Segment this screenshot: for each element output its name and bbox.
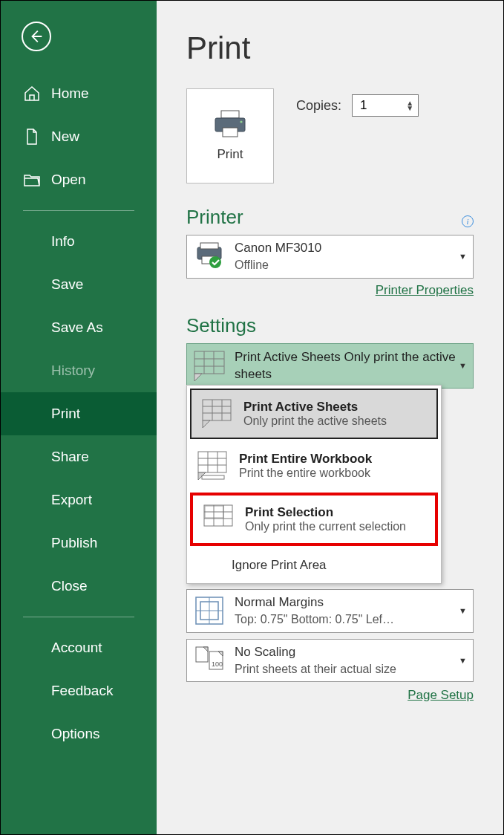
copies-spinner[interactable]: ▲▼	[406, 100, 413, 111]
margins-text: Normal Margins Top: 0.75" Bottom: 0.75" …	[235, 594, 454, 628]
print-what-popup: Print Active Sheets Only print the activ…	[186, 385, 442, 584]
sheets-icon	[202, 399, 232, 429]
option-print-selection[interactable]: Print Selection Only print the current s…	[190, 493, 438, 546]
sidebar-item-label: Open	[51, 172, 85, 188]
sidebar-item-share[interactable]: Share	[1, 435, 157, 478]
open-folder-icon	[23, 171, 41, 189]
sidebar-item-label: Save	[51, 276, 83, 293]
printer-selector[interactable]: Canon MF3010 Offline ▼	[186, 235, 474, 279]
settings-section-title: Settings	[186, 314, 474, 337]
print-what-line1: Print Active Sheets	[235, 350, 341, 364]
chevron-down-icon: ▼	[459, 252, 467, 261]
copies-input[interactable]: 1 ▲▼	[352, 94, 419, 117]
selection-icon	[203, 504, 233, 534]
sidebar-item-label: Close	[51, 578, 88, 594]
chevron-down-icon: ▼	[459, 361, 467, 370]
sidebar-item-label: Info	[51, 233, 75, 250]
sidebar-item-info[interactable]: Info	[1, 220, 157, 263]
svg-rect-5	[200, 243, 218, 249]
svg-point-7	[209, 256, 221, 268]
option-title: Print Active Sheets	[243, 400, 387, 415]
option-print-entire-workbook[interactable]: Print Entire Workbook Print the entire w…	[187, 442, 441, 490]
sidebar-item-feedback[interactable]: Feedback	[1, 669, 157, 712]
print-what-dropdown[interactable]: Print Active Sheets Only print the activ…	[186, 343, 474, 389]
svg-rect-26	[202, 475, 224, 479]
svg-marker-40	[218, 652, 223, 656]
option-text: Print Active Sheets Only print the activ…	[243, 400, 387, 428]
svg-rect-2	[223, 128, 238, 137]
sidebar-item-history: History	[1, 349, 157, 392]
sidebar-separator	[23, 617, 134, 617]
sidebar-item-options[interactable]: Options	[1, 712, 157, 756]
svg-marker-19	[203, 420, 210, 428]
sidebar-item-label: New	[51, 129, 79, 145]
chevron-down-icon: ▼	[459, 606, 467, 615]
sidebar-item-close[interactable]: Close	[1, 565, 157, 608]
margins-dropdown[interactable]: Normal Margins Top: 0.75" Bottom: 0.75" …	[186, 589, 474, 633]
lower-settings: Normal Margins Top: 0.75" Bottom: 0.75" …	[186, 589, 474, 703]
info-icon[interactable]: i	[462, 215, 474, 227]
option-desc: Only print the active sheets	[243, 415, 387, 428]
option-title: Print Entire Workbook	[239, 452, 372, 467]
printer-name: Canon MF3010	[235, 240, 454, 257]
sidebar-item-label: Print	[51, 406, 80, 422]
copies-value: 1	[360, 98, 367, 113]
sidebar-item-export[interactable]: Export	[1, 478, 157, 522]
page-setup-link[interactable]: Page Setup	[186, 688, 474, 703]
printer-section-title: Printer	[186, 206, 243, 229]
sidebar-item-saveas[interactable]: Save As	[1, 306, 157, 349]
sidebar-item-label: Options	[51, 726, 99, 742]
printer-icon	[212, 110, 248, 138]
option-text: Print Selection Only print the current s…	[245, 505, 406, 533]
sidebar-item-label: Share	[51, 449, 89, 465]
sidebar-item-label: History	[51, 363, 95, 379]
option-desc: Print the entire workbook	[239, 467, 372, 480]
option-ignore-print-area[interactable]: Ignore Print Area	[187, 549, 441, 583]
svg-rect-27	[204, 505, 232, 526]
back-button[interactable]	[22, 22, 51, 51]
sidebar-item-home[interactable]: Home	[1, 72, 157, 115]
svg-rect-14	[203, 400, 231, 420]
margins-icon	[193, 596, 226, 626]
print-top-row: Print Copies: 1 ▲▼	[186, 88, 474, 183]
svg-text:100: 100	[212, 660, 223, 668]
chevron-down-icon: ▼	[459, 656, 467, 665]
svg-rect-8	[194, 351, 224, 374]
scaling-icon: 100	[193, 646, 226, 675]
margins-line1: Normal Margins	[235, 594, 454, 611]
option-desc: Only print the current selection	[245, 520, 406, 533]
option-print-active-sheets[interactable]: Print Active Sheets Only print the activ…	[190, 389, 438, 439]
sidebar-item-print[interactable]: Print	[1, 392, 157, 435]
scaling-dropdown[interactable]: 100 No Scaling Print sheets at their act…	[186, 639, 474, 683]
print-pane: Print Print Copies: 1 ▲▼ Pri	[157, 1, 503, 834]
option-text: Print Entire Workbook Print the entire w…	[239, 452, 372, 480]
option-title: Print Selection	[245, 505, 406, 520]
printer-status: Offline	[235, 257, 454, 273]
sidebar-item-label: Feedback	[51, 683, 113, 699]
backstage-sidebar: Home New Open Info Save Save As History …	[1, 1, 157, 834]
printer-selector-text: Canon MF3010 Offline	[235, 240, 454, 273]
sidebar-item-publish[interactable]: Publish	[1, 522, 157, 565]
page-title: Print	[186, 30, 474, 66]
sidebar-item-account[interactable]: Account	[1, 626, 157, 669]
printer-properties-link[interactable]: Printer Properties	[186, 283, 474, 298]
printer-section-header: Printer i	[186, 206, 474, 235]
svg-rect-0	[221, 111, 239, 118]
scaling-line2: Print sheets at their actual size	[235, 661, 454, 678]
sidebar-separator	[23, 210, 134, 211]
spin-down-icon[interactable]: ▼	[406, 105, 413, 111]
sidebar-item-label: Save As	[51, 319, 103, 336]
workbook-icon	[197, 451, 227, 481]
svg-marker-38	[203, 647, 208, 652]
print-what-group: Print Active Sheets Only print the activ…	[186, 343, 474, 704]
sidebar-item-save[interactable]: Save	[1, 263, 157, 306]
copies-label: Copies:	[296, 98, 341, 114]
svg-marker-13	[194, 374, 202, 381]
sidebar-item-open[interactable]: Open	[1, 158, 157, 201]
sidebar-item-new[interactable]: New	[1, 115, 157, 158]
back-arrow-icon	[28, 28, 45, 45]
scaling-text: No Scaling Print sheets at their actual …	[235, 644, 454, 678]
sidebar-item-label: Publish	[51, 535, 97, 551]
print-button[interactable]: Print	[186, 88, 274, 183]
scaling-line1: No Scaling	[235, 644, 454, 661]
